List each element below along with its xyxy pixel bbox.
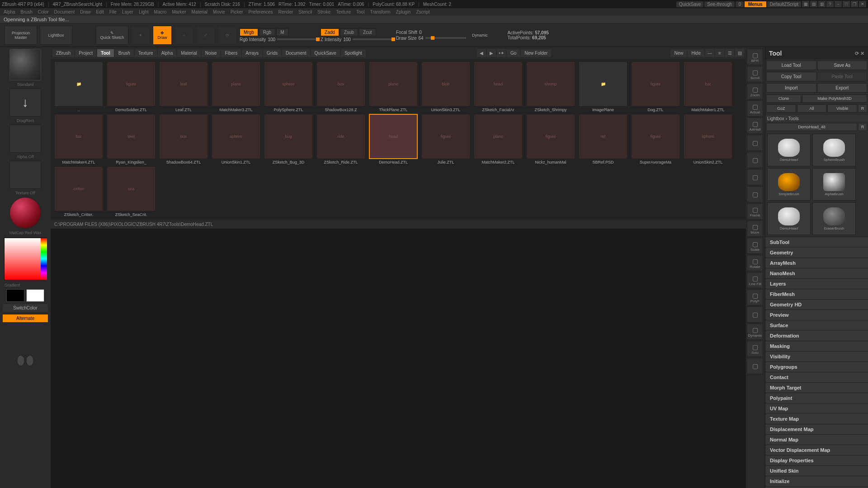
category-layers[interactable]: Layers [765, 278, 868, 289]
shelf-line-fill[interactable]: ▢Line Fill [747, 272, 763, 288]
visible-button[interactable]: Visible [827, 104, 857, 113]
panel-close-icon[interactable]: ⟳ ✕ [855, 51, 864, 56]
maximize-icon[interactable]: □ [843, 1, 850, 7]
nav-prev-icon[interactable]: ◀ [477, 49, 486, 57]
z-intensity-slider[interactable] [353, 38, 393, 40]
r-button[interactable]: R [858, 104, 867, 113]
shelf-blank[interactable]: ▢ [747, 169, 763, 185]
shelf-blank[interactable]: ▢ [747, 135, 763, 151]
scale-icon[interactable]: ⤢ [196, 26, 215, 45]
zcut-button[interactable]: Zcut [359, 28, 376, 36]
shelf-blank[interactable]: ▢ [747, 152, 763, 168]
category-vector-displacement-map[interactable]: Vector Displacement Map [765, 445, 868, 455]
restore-icon[interactable]: ❐ [851, 1, 858, 7]
dynamic-label[interactable]: Dynamic [469, 26, 491, 45]
rotate-icon[interactable]: ⟳ [218, 26, 237, 45]
category-preview[interactable]: Preview [765, 310, 868, 320]
view-med-icon[interactable]: ≡ [715, 49, 724, 57]
category-normal-map[interactable]: Normal Map [765, 434, 868, 445]
menu-tool[interactable]: Tool [356, 9, 364, 14]
hue-strip[interactable] [41, 238, 47, 280]
menu-color[interactable]: Color [38, 9, 49, 14]
save-as-button[interactable]: Save As [817, 61, 868, 70]
lightbox-item[interactable]: planeMatchMaker2.ZTL [473, 114, 524, 164]
layout-icon[interactable]: ▥ [818, 1, 826, 7]
alternate-button[interactable]: Alternate [3, 314, 48, 322]
nav-up-icon[interactable]: •✦ [497, 49, 506, 57]
menu-document[interactable]: Document [54, 9, 75, 14]
all-button[interactable]: All [797, 104, 827, 113]
lightbox-item[interactable]: barMatchMaker1.ZTL [683, 61, 733, 112]
shelf-zoom[interactable]: ▢Zoom [747, 83, 763, 99]
menu-texture[interactable]: Texture [336, 9, 351, 14]
shelf-aahalf[interactable]: ▢AAHalf [747, 117, 763, 134]
category-masking[interactable]: Masking [765, 341, 868, 351]
lightbox-item[interactable]: headDemoHead.ZTL [368, 114, 419, 164]
lightbox-item[interactable]: planeMatchMaker3.ZTL [211, 61, 261, 112]
projection-master-button[interactable]: Projection Master [5, 26, 37, 45]
mrgb-button[interactable]: Mrgb [240, 28, 258, 36]
category-surface[interactable]: Surface [765, 320, 868, 330]
default-script[interactable]: DefaultZScript [767, 1, 801, 7]
menu-zplugin[interactable]: Zplugin [396, 9, 411, 14]
r-button-2[interactable]: R [858, 123, 867, 131]
paste-tool-button[interactable]: Paste Tool [817, 72, 868, 81]
tool-thumb-demohead[interactable]: DemoHead [767, 134, 811, 166]
zadd-button[interactable]: Zadd [321, 28, 339, 36]
menu-transform[interactable]: Transform [370, 9, 390, 14]
alpha-slot[interactable] [9, 125, 41, 153]
menu-stencil[interactable]: Stencil [298, 9, 312, 14]
material-preview[interactable] [9, 197, 41, 229]
lightbox-item[interactable]: 📁ImagePlane [578, 61, 628, 112]
color-picker[interactable] [4, 238, 47, 280]
zsub-button[interactable]: Zsub [340, 28, 358, 36]
menu-light[interactable]: Light [139, 9, 149, 14]
category-deformation[interactable]: Deformation [765, 330, 868, 341]
lightbox-tab-material[interactable]: Material [177, 49, 201, 57]
category-display-properties[interactable]: Display Properties [765, 455, 868, 465]
lightbox-tab-fibers[interactable]: Fibers [221, 49, 241, 57]
menu-brush[interactable]: Brush [21, 9, 33, 14]
brush-preview[interactable] [9, 49, 41, 80]
import-button[interactable]: Import [766, 83, 816, 93]
lightbox-item[interactable]: skelRyan_Kingslien_ [106, 114, 156, 164]
category-morph-target[interactable]: Morph Target [765, 382, 868, 393]
menu-picker[interactable]: Picker [231, 9, 243, 14]
lightbox-tab-quicksave[interactable]: QuickSave [311, 49, 340, 57]
category-nanomesh[interactable]: NanoMesh [765, 268, 868, 278]
shelf-frame[interactable]: ▢Frame [747, 203, 763, 220]
nav-next-icon[interactable]: ▶ [487, 49, 496, 57]
category-polygroups[interactable]: Polygroups [765, 361, 868, 372]
tool-thumb-demohead[interactable]: DemoHead [767, 202, 811, 235]
texture-slot[interactable] [9, 161, 41, 189]
lightbox-item[interactable]: spherePolySphere.ZTL [263, 61, 314, 112]
lightbox-item[interactable]: seaZSketch_SeaCrit. [106, 166, 156, 217]
color-swatch-white[interactable] [26, 289, 44, 302]
document-canvas[interactable] [51, 229, 746, 488]
shelf-blank[interactable]: ▢ [747, 186, 763, 202]
goz-button[interactable]: GoZ [766, 104, 796, 113]
lightbox-item[interactable]: figureJulie.ZTL [420, 114, 471, 164]
lightbox-button[interactable]: LightBox [40, 26, 72, 45]
layout-icon[interactable]: ▦ [802, 1, 809, 7]
menu-zscript[interactable]: Zscript [416, 9, 429, 14]
color-swatch-black[interactable] [6, 289, 24, 302]
menu-movie[interactable]: Movie [213, 9, 225, 14]
layout-icon[interactable]: ▤ [810, 1, 817, 7]
category-visibility[interactable]: Visibility [765, 351, 868, 361]
category-geometry-hd[interactable]: Geometry HD [765, 299, 868, 310]
m-button[interactable]: M [276, 28, 288, 36]
menu-material[interactable]: Material [192, 9, 208, 14]
lightbox-item[interactable]: blobUnionSkin3.ZTL [420, 61, 471, 112]
lightbox-item[interactable]: figureDemoSoldier.ZTL [106, 61, 156, 112]
load-tool-button[interactable]: Load Tool [766, 61, 816, 70]
lightbox-item[interactable]: rideZSketch_Ride.ZTL [316, 114, 366, 164]
shelf-move[interactable]: ▢Move [747, 221, 763, 237]
edit-icon[interactable]: ✦ [131, 26, 150, 45]
lightbox-item[interactable]: bugZSketch_Bug_3D [263, 114, 314, 164]
shelf-blank[interactable]: ▢ [747, 358, 763, 374]
menu-alpha[interactable]: Alpha [4, 9, 15, 14]
shelf-dynamic[interactable]: ▢Dynamic [747, 324, 763, 340]
lightbox-tab-document[interactable]: Document [282, 49, 310, 57]
category-subtool[interactable]: SubTool [765, 237, 868, 247]
